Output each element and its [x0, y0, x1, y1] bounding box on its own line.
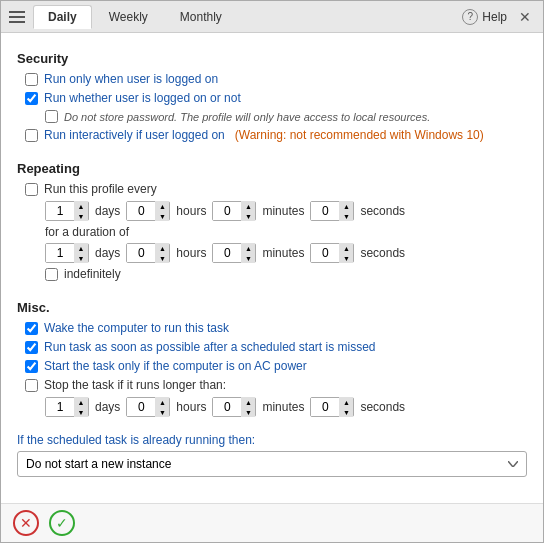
- duration-seconds-down[interactable]: ▼: [339, 253, 353, 263]
- stop-hours-label: hours: [176, 400, 206, 414]
- repeat-seconds-up[interactable]: ▲: [339, 201, 353, 211]
- run-logged-on-row: Run only when user is logged on: [25, 72, 527, 86]
- stop-minutes-down[interactable]: ▼: [241, 407, 255, 417]
- duration-days-up[interactable]: ▲: [74, 243, 88, 253]
- duration-days-input[interactable]: [46, 244, 74, 262]
- duration-minutes-btns: ▲ ▼: [241, 243, 255, 263]
- help-label[interactable]: Help: [482, 10, 507, 24]
- duration-minutes-spinner[interactable]: ▲ ▼: [212, 243, 256, 263]
- run-logged-on-label: Run only when user is logged on: [44, 72, 218, 86]
- run-whether-checkbox[interactable]: [25, 92, 38, 105]
- duration-seconds-spinner[interactable]: ▲ ▼: [310, 243, 354, 263]
- duration-minutes-up[interactable]: ▲: [241, 243, 255, 253]
- title-bar: Daily Weekly Monthly ? Help ✕: [1, 1, 543, 33]
- duration-hours-btns: ▲ ▼: [155, 243, 169, 263]
- repeat-minutes-up[interactable]: ▲: [241, 201, 255, 211]
- repeat-days-down[interactable]: ▼: [74, 211, 88, 221]
- ac-power-checkbox[interactable]: [25, 360, 38, 373]
- repeat-minutes-btns: ▲ ▼: [241, 201, 255, 221]
- run-profile-every-checkbox[interactable]: [25, 183, 38, 196]
- duration-days-spinner[interactable]: ▲ ▼: [45, 243, 89, 263]
- cancel-icon[interactable]: ✕: [13, 510, 39, 536]
- run-soon-row: Run task as soon as possible after a sch…: [25, 340, 527, 354]
- duration-days-btns: ▲ ▼: [74, 243, 88, 263]
- repeat-duration-row: ▲ ▼ days ▲ ▼ hours ▲ ▼ minutes: [45, 201, 527, 221]
- duration-hours-down[interactable]: ▼: [155, 253, 169, 263]
- repeat-hours-input[interactable]: [127, 202, 155, 220]
- run-soon-checkbox[interactable]: [25, 341, 38, 354]
- stop-hours-spinner[interactable]: ▲ ▼: [126, 397, 170, 417]
- stop-seconds-input[interactable]: [311, 398, 339, 416]
- duration-days-down[interactable]: ▼: [74, 253, 88, 263]
- duration-hours-label: hours: [176, 246, 206, 260]
- repeat-minutes-down[interactable]: ▼: [241, 211, 255, 221]
- duration-minutes-input[interactable]: [213, 244, 241, 262]
- repeat-seconds-down[interactable]: ▼: [339, 211, 353, 221]
- stop-days-down[interactable]: ▼: [74, 407, 88, 417]
- no-store-password-checkbox[interactable]: [45, 110, 58, 123]
- stop-minutes-spinner[interactable]: ▲ ▼: [212, 397, 256, 417]
- if-running-select[interactable]: Do not start a new instance Run a new in…: [17, 451, 527, 477]
- close-button[interactable]: ✕: [515, 7, 535, 27]
- stop-hours-up[interactable]: ▲: [155, 397, 169, 407]
- bottom-icons: ✕ ✓: [13, 510, 75, 536]
- tab-monthly[interactable]: Monthly: [165, 5, 237, 29]
- repeat-minutes-input[interactable]: [213, 202, 241, 220]
- duration-hours-input[interactable]: [127, 244, 155, 262]
- repeat-hours-spinner[interactable]: ▲ ▼: [126, 201, 170, 221]
- stop-days-input[interactable]: [46, 398, 74, 416]
- run-profile-every-row: Run this profile every: [25, 182, 527, 196]
- stop-hours-input[interactable]: [127, 398, 155, 416]
- duration-seconds-input[interactable]: [311, 244, 339, 262]
- for-duration-label: for a duration of: [45, 225, 527, 239]
- stop-seconds-btns: ▲ ▼: [339, 397, 353, 417]
- run-interactively-checkbox[interactable]: [25, 129, 38, 142]
- main-window: Daily Weekly Monthly ? Help ✕ Security R…: [0, 0, 544, 543]
- run-whether-label: Run whether user is logged on or not: [44, 91, 241, 105]
- stop-seconds-down[interactable]: ▼: [339, 407, 353, 417]
- stop-seconds-up[interactable]: ▲: [339, 397, 353, 407]
- repeat-days-up[interactable]: ▲: [74, 201, 88, 211]
- duration-minutes-down[interactable]: ▼: [241, 253, 255, 263]
- duration-seconds-label: seconds: [360, 246, 405, 260]
- duration-seconds-up[interactable]: ▲: [339, 243, 353, 253]
- repeat-days-spinner[interactable]: ▲ ▼: [45, 201, 89, 221]
- duration-hours-spinner[interactable]: ▲ ▼: [126, 243, 170, 263]
- run-interactively-label: Run interactively if user logged on: [44, 128, 225, 142]
- stop-days-up[interactable]: ▲: [74, 397, 88, 407]
- run-soon-label: Run task as soon as possible after a sch…: [44, 340, 376, 354]
- repeat-hours-btns: ▲ ▼: [155, 201, 169, 221]
- no-store-password-label: Do not store password. The profile will …: [64, 111, 430, 123]
- main-content: Security Run only when user is logged on…: [1, 33, 543, 503]
- stop-hours-down[interactable]: ▼: [155, 407, 169, 417]
- duration-hours-up[interactable]: ▲: [155, 243, 169, 253]
- stop-minutes-up[interactable]: ▲: [241, 397, 255, 407]
- repeat-hours-up[interactable]: ▲: [155, 201, 169, 211]
- repeat-days-label: days: [95, 204, 120, 218]
- indefinitely-checkbox[interactable]: [45, 268, 58, 281]
- stop-seconds-spinner[interactable]: ▲ ▼: [310, 397, 354, 417]
- stop-longer-label: Stop the task if it runs longer than:: [44, 378, 226, 392]
- repeat-seconds-label: seconds: [360, 204, 405, 218]
- stop-days-spinner[interactable]: ▲ ▼: [45, 397, 89, 417]
- repeat-minutes-spinner[interactable]: ▲ ▼: [212, 201, 256, 221]
- if-running-label: If the scheduled task is already running…: [17, 433, 527, 447]
- stop-days-btns: ▲ ▼: [74, 397, 88, 417]
- tab-weekly[interactable]: Weekly: [94, 5, 163, 29]
- repeat-seconds-spinner[interactable]: ▲ ▼: [310, 201, 354, 221]
- run-logged-on-checkbox[interactable]: [25, 73, 38, 86]
- stop-minutes-input[interactable]: [213, 398, 241, 416]
- stop-longer-checkbox[interactable]: [25, 379, 38, 392]
- ac-power-label: Start the task only if the computer is o…: [44, 359, 307, 373]
- repeat-days-input[interactable]: [46, 202, 74, 220]
- wake-computer-row: Wake the computer to run this task: [25, 321, 527, 335]
- duration-seconds-btns: ▲ ▼: [339, 243, 353, 263]
- repeat-seconds-input[interactable]: [311, 202, 339, 220]
- repeat-hours-down[interactable]: ▼: [155, 211, 169, 221]
- wake-computer-checkbox[interactable]: [25, 322, 38, 335]
- run-interactively-row: Run interactively if user logged on (War…: [25, 128, 527, 142]
- confirm-icon[interactable]: ✓: [49, 510, 75, 536]
- repeating-title: Repeating: [17, 161, 527, 176]
- menu-icon[interactable]: [9, 7, 29, 27]
- tab-daily[interactable]: Daily: [33, 5, 92, 29]
